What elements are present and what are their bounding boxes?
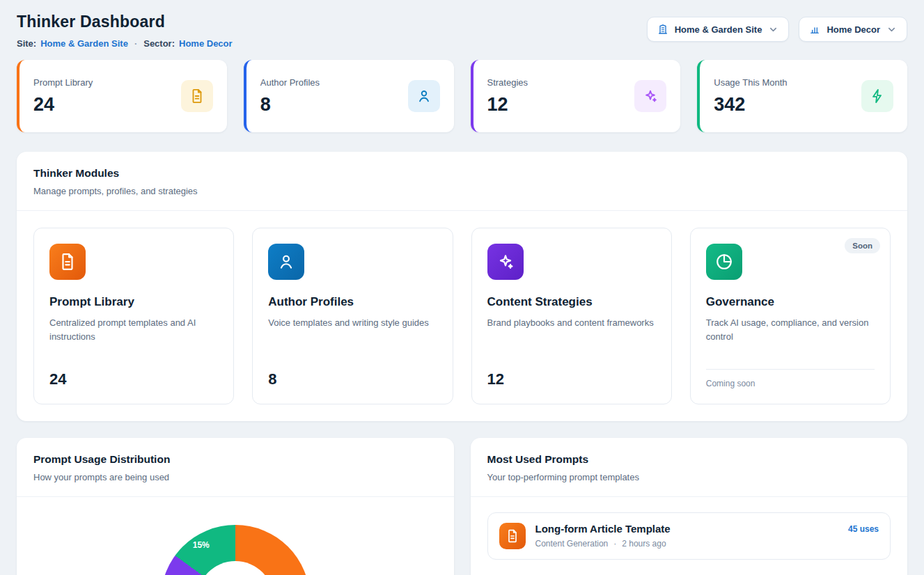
module-count: 24	[49, 361, 218, 388]
document-icon	[49, 244, 86, 280]
module-count: 12	[487, 361, 656, 388]
site-link[interactable]: Home & Garden Site	[40, 38, 128, 49]
module-title: Governance	[706, 295, 875, 309]
breadcrumb: Site: Home & Garden Site · Sector: Home …	[17, 38, 233, 49]
chevron-down-icon	[768, 24, 778, 35]
topbar: Thinker Dashboard Site: Home & Garden Si…	[17, 13, 907, 49]
breadcrumb-separator: ·	[134, 38, 137, 49]
sparkle-icon	[487, 244, 524, 280]
stats-row: Prompt Library 24 Author Profiles 8 Stra…	[17, 60, 907, 132]
stat-label: Prompt Library	[33, 77, 93, 88]
prompt-title: Long-form Article Template	[535, 523, 671, 535]
prompt-time: 2 hours ago	[622, 539, 666, 549]
thinker-modules-panel: Thinker Modules Manage prompts, profiles…	[17, 152, 907, 421]
module-description: Voice templates and writing style guides	[268, 316, 437, 330]
user-icon	[408, 80, 440, 112]
bar-chart-icon	[809, 24, 820, 35]
prompt-list: Long-form Article Template Content Gener…	[471, 497, 908, 575]
coming-soon-text: Coming soon	[706, 369, 875, 388]
usage-distribution-subtitle: How your prompts are being used	[33, 472, 437, 482]
stat-card-prompt-library: Prompt Library 24	[17, 60, 227, 132]
lightning-icon	[861, 80, 893, 112]
site-selector-label: Home & Garden Site	[675, 24, 762, 35]
stat-label: Usage This Month	[714, 77, 787, 88]
sector-link[interactable]: Home Decor	[179, 38, 233, 49]
prompt-category: Content Generation	[535, 539, 609, 549]
module-description: Centralized prompt templates and AI inst…	[49, 316, 218, 344]
module-count: 8	[268, 361, 437, 388]
stat-card-author-profiles: Author Profiles 8	[244, 60, 454, 132]
sector-selector-dropdown[interactable]: Home Decor	[799, 17, 907, 42]
sector-selector-label: Home Decor	[827, 24, 880, 35]
top-actions: Home & Garden Site Home Decor	[647, 17, 907, 42]
stat-value: 24	[33, 94, 93, 116]
stat-label: Strategies	[487, 77, 528, 88]
donut-segment-label: 15%	[193, 540, 210, 550]
modules-subtitle: Manage prompts, profiles, and strategies	[33, 186, 891, 196]
site-label: Site:	[17, 38, 36, 49]
sparkle-icon	[634, 80, 666, 112]
most-used-subtitle: Your top-performing prompt templates	[487, 472, 891, 482]
prompt-meta: Content Generation · 2 hours ago	[535, 539, 671, 549]
prompt-uses-badge: 45 uses	[848, 524, 879, 549]
sector-label: Sector:	[143, 38, 175, 49]
chevron-down-icon	[886, 24, 897, 35]
most-used-prompts-card: Most Used Prompts Your top-performing pr…	[471, 438, 908, 575]
modules-title: Thinker Modules	[33, 167, 891, 180]
site-selector-dropdown[interactable]: Home & Garden Site	[647, 17, 790, 42]
pie-chart-icon	[706, 244, 742, 280]
stat-value: 8	[260, 94, 320, 116]
bottom-row: Prompt Usage Distribution How your promp…	[17, 438, 907, 575]
module-card-governance[interactable]: Soon Governance Track AI usage, complian…	[690, 228, 891, 404]
document-icon	[181, 80, 213, 112]
user-icon	[268, 244, 304, 280]
document-icon	[499, 523, 526, 549]
module-card-author-profiles[interactable]: Author Profiles Voice templates and writ…	[252, 228, 453, 404]
stat-value: 342	[714, 94, 787, 116]
prompt-list-item[interactable]: Long-form Article Template Content Gener…	[487, 512, 891, 560]
page-title: Thinker Dashboard	[17, 13, 233, 31]
stat-value: 12	[487, 94, 528, 116]
stat-label: Author Profiles	[260, 77, 320, 88]
most-used-title: Most Used Prompts	[487, 453, 891, 466]
usage-distribution-card: Prompt Usage Distribution How your promp…	[17, 438, 454, 575]
modules-grid: Prompt Library Centralized prompt templa…	[17, 211, 907, 421]
meta-separator: ·	[613, 539, 616, 549]
usage-donut-chart: 15%	[161, 525, 310, 575]
module-title: Prompt Library	[49, 295, 218, 309]
dashboard-page: Thinker Dashboard Site: Home & Garden Si…	[0, 0, 924, 575]
stat-card-usage: Usage This Month 342	[697, 60, 907, 132]
building-icon	[657, 24, 668, 35]
module-card-content-strategies[interactable]: Content Strategies Brand playbooks and c…	[471, 228, 672, 404]
chart-area: 15%	[17, 497, 454, 575]
soon-badge: Soon	[845, 238, 880, 253]
module-title: Author Profiles	[268, 295, 437, 309]
module-title: Content Strategies	[487, 295, 656, 309]
usage-distribution-title: Prompt Usage Distribution	[33, 453, 437, 466]
title-block: Thinker Dashboard Site: Home & Garden Si…	[17, 13, 233, 49]
module-card-prompt-library[interactable]: Prompt Library Centralized prompt templa…	[33, 228, 234, 404]
module-description: Brand playbooks and content frameworks	[487, 316, 656, 330]
stat-card-strategies: Strategies 12	[471, 60, 681, 132]
module-description: Track AI usage, compliance, and version …	[706, 316, 875, 344]
